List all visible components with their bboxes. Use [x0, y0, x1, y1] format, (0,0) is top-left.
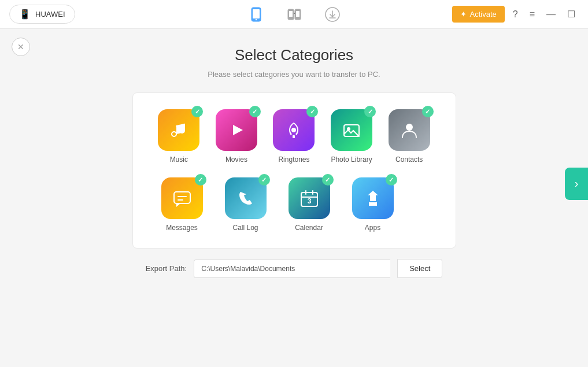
photo-icon-wrapper: ✓ [331, 109, 372, 151]
device-name: HUAWEI [35, 10, 65, 18]
category-calendar[interactable]: ✓ 3 Calendar [283, 177, 335, 232]
category-contacts[interactable]: ✓ Contacts [386, 109, 432, 164]
svg-rect-14 [174, 192, 190, 203]
minimize-button[interactable]: — [543, 7, 559, 22]
activate-icon: ✦ [460, 10, 467, 18]
messages-label: Messages [166, 224, 198, 232]
menu-button[interactable]: ≡ [526, 7, 538, 22]
ringtones-icon-wrapper: ✓ [273, 109, 315, 151]
download-nav-icon[interactable] [322, 4, 343, 25]
calendar-icon-wrapper: ✓ 3 [289, 177, 330, 219]
apps-checkmark: ✓ [386, 174, 397, 186]
apps-label: Apps [365, 224, 380, 232]
phone-nav-icon[interactable] [246, 4, 267, 25]
calendar-label: Calendar [295, 224, 323, 232]
category-music[interactable]: ✓ Music [156, 109, 202, 164]
movies-checkmark: ✓ [249, 106, 261, 117]
next-button[interactable]: › [565, 168, 588, 200]
svg-point-9 [291, 128, 296, 132]
calllog-label: Call Log [232, 224, 258, 232]
main-content: Select Categories Please select categori… [0, 29, 588, 278]
svg-point-13 [406, 124, 413, 131]
svg-rect-1 [253, 9, 260, 18]
activate-button[interactable]: ✦ Activate [452, 6, 505, 23]
contacts-icon-wrapper: ✓ [389, 109, 430, 151]
music-icon-wrapper: ✓ [158, 109, 199, 151]
photo-library-label: Photo Library [331, 155, 372, 164]
categories-row-2: ✓ Messages ✓ Call Log [156, 177, 432, 232]
contacts-checkmark: ✓ [422, 106, 434, 117]
category-ringtones[interactable]: ✓ Ringtones [271, 109, 317, 164]
calendar-checkmark: ✓ [322, 174, 334, 186]
movies-label: Movies [225, 155, 247, 164]
category-photo-library[interactable]: ✓ Photo Library [328, 109, 375, 164]
calllog-checkmark: ✓ [258, 174, 270, 186]
device-button[interactable]: 📱 HUAWEI [9, 5, 75, 24]
menu-icon: ≡ [530, 9, 535, 19]
category-call-log[interactable]: ✓ Call Log [220, 177, 272, 232]
svg-rect-6 [296, 11, 299, 17]
titlebar-nav [246, 4, 343, 25]
category-messages[interactable]: ✓ Messages [156, 177, 208, 232]
help-icon: ? [513, 9, 518, 19]
svg-marker-8 [233, 125, 243, 135]
ringtones-checkmark: ✓ [306, 106, 318, 117]
close-button[interactable]: ✕ [12, 38, 30, 56]
next-icon: › [575, 177, 579, 190]
svg-rect-4 [289, 11, 293, 17]
titlebar-right: ✦ Activate ? ≡ — ☐ [452, 6, 579, 23]
contacts-label: Contacts [395, 155, 423, 164]
export-path-label: Export Path: [146, 264, 187, 273]
svg-point-2 [255, 18, 256, 20]
titlebar: 📱 HUAWEI [0, 0, 588, 29]
photo-checkmark: ✓ [364, 106, 376, 117]
device-icon: 📱 [19, 9, 31, 20]
page-subtitle: Please select categories you want to tra… [208, 70, 380, 79]
maximize-button[interactable]: ☐ [564, 6, 579, 22]
export-path-row: Export Path: Select [146, 259, 443, 278]
svg-rect-10 [293, 135, 295, 138]
messages-checkmark: ✓ [195, 174, 206, 186]
calllog-icon-wrapper: ✓ [225, 177, 267, 219]
help-button[interactable]: ? [509, 7, 522, 22]
apps-icon-wrapper: ✓ [352, 177, 394, 219]
export-path-input[interactable] [194, 260, 390, 278]
maximize-icon: ☐ [567, 9, 575, 19]
movies-icon-wrapper: ✓ [216, 109, 257, 151]
transfer-nav-icon[interactable] [284, 4, 305, 25]
category-movies[interactable]: ✓ Movies [213, 109, 260, 164]
ringtones-label: Ringtones [278, 155, 309, 164]
categories-row-1: ✓ Music ✓ Movies ✓ [156, 109, 432, 164]
messages-icon-wrapper: ✓ [161, 177, 203, 219]
music-label: Music [170, 155, 188, 164]
select-button[interactable]: Select [397, 259, 442, 278]
minimize-icon: — [546, 9, 556, 19]
close-area: ✕ [12, 38, 30, 56]
activate-label: Activate [470, 10, 497, 18]
category-apps[interactable]: ✓ Apps [347, 177, 399, 232]
svg-text:3: 3 [307, 197, 311, 205]
page-title: Select Categories [235, 46, 353, 64]
categories-box: ✓ Music ✓ Movies ✓ [132, 92, 456, 249]
music-checkmark: ✓ [191, 106, 203, 117]
